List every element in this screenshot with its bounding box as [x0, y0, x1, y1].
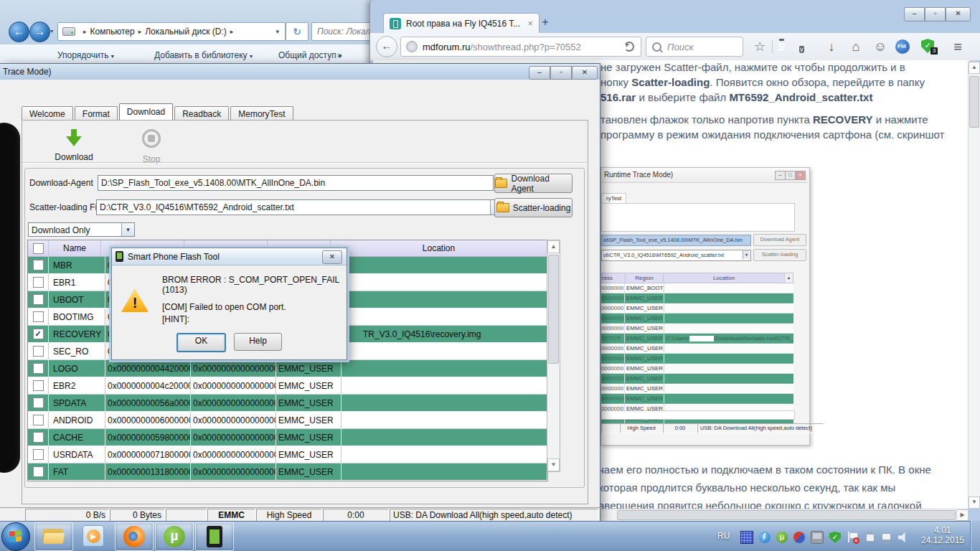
breadcrumb[interactable]: ▸ Компьютер ▸ Локальный диск (D:) ▸ ▾: [57, 22, 286, 41]
taskbar-explorer-button[interactable]: [34, 522, 73, 551]
organize-menu[interactable]: Упорядочить ▾: [57, 50, 114, 60]
lightning-icon[interactable]: [759, 532, 771, 543]
row-checkbox[interactable]: [33, 294, 44, 305]
dialog-close-button[interactable]: ✕: [322, 250, 342, 264]
scroll-thumb[interactable]: [617, 510, 956, 520]
stop-button[interactable]: Stop: [130, 129, 173, 164]
home-icon[interactable]: ⌂: [845, 37, 867, 56]
scroll-up-button[interactable]: ▲: [547, 240, 560, 253]
ok-button[interactable]: OK: [176, 333, 226, 352]
explorer-search-input[interactable]: Поиск: Локал: [311, 22, 377, 41]
partition-row[interactable]: LOGO 0x0000000004420000 0x00000000000000…: [28, 360, 547, 377]
row-checkbox[interactable]: [33, 311, 44, 322]
flashtool-tab[interactable]: Welcome: [22, 106, 73, 121]
scroll-down-button[interactable]: ▼: [547, 458, 560, 471]
restore-button[interactable]: ▫: [925, 7, 946, 22]
start-button[interactable]: [1, 522, 30, 551]
row-checkbox[interactable]: [33, 432, 44, 443]
adguard-shield-icon[interactable]: ✓ 3: [921, 39, 934, 53]
downloads-icon[interactable]: ↓: [821, 37, 842, 56]
scatter-file-combo[interactable]: D:\CTR_V3.0_IQ4516\MT6592_Android_scatte…: [96, 199, 504, 215]
row-checkbox[interactable]: [33, 329, 44, 339]
select-all-checkbox[interactable]: [33, 243, 44, 254]
toolbar-overflow[interactable]: »: [337, 50, 342, 60]
row-checkbox[interactable]: [33, 449, 44, 460]
minimize-button[interactable]: –: [529, 66, 550, 80]
cleaner-swirl-icon[interactable]: [793, 532, 805, 543]
maximize-button[interactable]: ▫: [550, 66, 572, 80]
breadcrumb-item-disk-d[interactable]: Локальный диск (D:): [145, 27, 227, 37]
explorer-back-button[interactable]: ←: [9, 22, 29, 42]
taskbar-utorrent-button[interactable]: µ: [155, 522, 194, 551]
table-scrollbar[interactable]: ▲ ▼: [547, 240, 560, 472]
row-checkbox[interactable]: [33, 415, 44, 425]
network-icon[interactable]: [881, 532, 892, 543]
new-tab-button[interactable]: +: [537, 16, 554, 32]
partition-row[interactable]: ANDROID 0x0000000006000000 0x00000000000…: [28, 412, 547, 429]
flashtool-tab[interactable]: Readback: [174, 106, 229, 121]
partition-row[interactable]: USRDATA 0x0000000071800000 0x00000000000…: [28, 446, 547, 463]
taskbar-flashtool-button[interactable]: [195, 522, 234, 551]
taskbar-firefox-button[interactable]: [115, 522, 154, 551]
row-checkbox[interactable]: [33, 346, 44, 357]
row-checkbox[interactable]: [33, 466, 44, 477]
refresh-button[interactable]: ↻: [286, 22, 308, 41]
site-identity-globe-icon[interactable]: [406, 41, 418, 52]
explorer-history-caret-icon[interactable]: ▾: [50, 28, 53, 34]
partition-row[interactable]: EBR2 0x0000000004c20000 0x00000000000000…: [28, 377, 547, 395]
scatter-loading-button[interactable]: Scatter-loading: [494, 198, 573, 217]
tab-close-icon[interactable]: ×: [527, 18, 533, 29]
show-desktop-button[interactable]: [970, 521, 980, 551]
flashtool-tab[interactable]: MemoryTest: [230, 106, 293, 121]
breadcrumb-item-computer[interactable]: Компьютер: [90, 27, 135, 37]
download-agent-button[interactable]: Download Agent: [494, 174, 573, 193]
row-checkbox[interactable]: [33, 380, 44, 391]
combo-dropdown-icon[interactable]: ▾: [121, 223, 134, 236]
partition-row[interactable]: SPDATA 0x00000000056a0000 0x000000000000…: [28, 395, 547, 412]
vertical-scrollbar[interactable]: ▲ ▼: [968, 62, 980, 508]
language-indicator[interactable]: RU: [717, 531, 730, 541]
help-button[interactable]: Help: [234, 333, 282, 351]
close-button[interactable]: ✕: [572, 66, 598, 80]
flashtool-tab[interactable]: Format: [75, 106, 118, 121]
browser-tab[interactable]: Root права на Fly IQ4516 T... ×: [383, 13, 540, 33]
menu-hamburger-icon[interactable]: ≡: [947, 37, 969, 56]
row-checkbox[interactable]: [33, 397, 44, 408]
scroll-thumb[interactable]: [969, 76, 979, 128]
row-checkbox[interactable]: [33, 277, 44, 288]
bookmark-star-icon[interactable]: ☆: [749, 37, 771, 56]
search-bar[interactable]: Поиск: [646, 37, 743, 57]
row-checkbox[interactable]: [33, 363, 44, 374]
globe-extension-icon[interactable]: [895, 39, 910, 54]
app-grid-icon[interactable]: [740, 531, 753, 544]
download-button[interactable]: Download: [52, 129, 95, 162]
volume-icon[interactable]: [898, 532, 910, 543]
partition-row[interactable]: CACHE 0x0000000059800000 0x0000000000000…: [28, 429, 547, 446]
close-button[interactable]: ✕: [946, 7, 971, 22]
minimize-button[interactable]: –: [904, 7, 925, 22]
flashtool-titlebar[interactable]: Trace Mode) – ▫ ✕: [0, 64, 600, 80]
dialog-titlebar[interactable]: Smart Phone Flash Tool ✕: [112, 248, 347, 265]
scroll-up-button[interactable]: ▲: [969, 62, 980, 74]
scroll-down-button[interactable]: ▼: [969, 496, 980, 509]
scroll-right-button[interactable]: ▶: [956, 509, 969, 521]
action-center-flag-icon[interactable]: ✕: [847, 532, 858, 543]
explorer-forward-button[interactable]: →: [29, 22, 50, 42]
column-location[interactable]: Location: [331, 240, 547, 256]
row-checkbox[interactable]: [33, 260, 44, 270]
pocket-icon[interactable]: ∨: [799, 42, 804, 55]
reload-icon[interactable]: [624, 42, 634, 52]
scroll-thumb[interactable]: [548, 255, 559, 364]
display-icon[interactable]: [811, 531, 824, 544]
share-menu[interactable]: Общий доступ ▾: [278, 50, 341, 60]
taskbar-media-player-button[interactable]: ▶: [75, 522, 112, 550]
breadcrumb-dropdown-caret[interactable]: ▾: [275, 28, 285, 35]
clock[interactable]: 4:01 24.12.2015: [920, 525, 966, 545]
antivirus-check-icon[interactable]: ✓: [829, 532, 841, 543]
utorrent-tray-icon[interactable]: µ: [776, 532, 788, 543]
add-to-library-menu[interactable]: Добавить в библиотеку ▾: [154, 50, 253, 60]
flashtool-tab[interactable]: Download: [119, 103, 173, 121]
back-button[interactable]: ←: [376, 36, 397, 57]
partition-row[interactable]: FAT 0x0000000131800000 0x000000000000000…: [28, 463, 547, 481]
power-plug-icon[interactable]: [864, 532, 875, 543]
